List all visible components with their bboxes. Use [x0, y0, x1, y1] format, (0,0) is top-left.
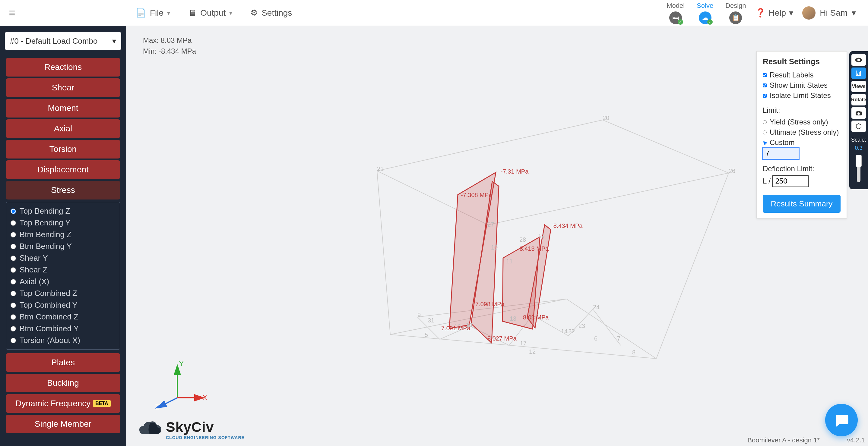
rotate-button[interactable]: Rotate: [851, 94, 866, 105]
chevron-down-icon: ▾: [852, 8, 856, 18]
views-button[interactable]: Views: [851, 81, 866, 92]
camera-button[interactable]: [851, 107, 866, 119]
chart-icon: [855, 70, 862, 77]
plates-button[interactable]: Plates: [6, 353, 120, 372]
svg-text:27: 27: [487, 221, 494, 228]
settings-menu[interactable]: ⚙ Settings: [250, 8, 292, 18]
result-settings-title: Result Settings: [763, 57, 841, 66]
beta-badge: BETA: [93, 400, 111, 407]
chevron-down-icon: ▾: [167, 9, 170, 16]
buckling-button[interactable]: Buckling: [6, 374, 120, 392]
stress-radio-2[interactable]: Btm Bending Z: [10, 229, 116, 240]
mode-model-label: Model: [666, 2, 685, 10]
dynamic-frequency-button[interactable]: Dynamic Frequency BETA: [6, 394, 120, 413]
svg-text:24: 24: [593, 304, 599, 310]
user-menu[interactable]: Hi Sam ▾: [802, 6, 856, 20]
limit-ultimate-radio[interactable]: Ultimate (Stress only): [763, 127, 841, 137]
axis-gizmo: Y X Z: [153, 358, 208, 413]
mode-solve[interactable]: Solve ☁: [697, 2, 713, 24]
svg-text:Y: Y: [179, 360, 184, 367]
mode-design-label: Design: [725, 2, 746, 10]
displacement-button[interactable]: Displacement: [6, 160, 120, 179]
reactions-button[interactable]: Reactions: [6, 58, 120, 76]
svg-text:6: 6: [594, 335, 597, 342]
svg-text:-8.413 MPa: -8.413 MPa: [518, 245, 549, 252]
axial-button[interactable]: Axial: [6, 119, 120, 138]
view-rail: Views Rotate Scale: 0.3: [849, 51, 868, 189]
mode-design[interactable]: Design 📋: [725, 2, 746, 24]
stress-radio-4[interactable]: Shear Y: [10, 252, 116, 264]
torsion-button[interactable]: Torsion: [6, 140, 120, 159]
stress-radio-9[interactable]: Btm Combined Z: [10, 311, 116, 323]
mode-pills: Model 🛏 Solve ☁ Design 📋: [666, 2, 746, 24]
svg-text:19: 19: [538, 233, 545, 239]
scale-slider[interactable]: [857, 155, 861, 182]
svg-text:14: 14: [561, 328, 568, 335]
svg-text:10: 10: [491, 244, 498, 251]
mode-model[interactable]: Model 🛏: [666, 2, 685, 24]
result-labels-checkbox[interactable]: Result Labels: [763, 70, 841, 80]
logo-subtitle: CLOUD ENGINEERING SOFTWARE: [166, 435, 245, 440]
svg-text:5: 5: [425, 332, 428, 338]
model-icon: 🛏: [669, 11, 682, 24]
help-icon: ❓: [755, 8, 766, 18]
svg-text:20: 20: [602, 114, 609, 121]
svg-text:11: 11: [506, 258, 513, 265]
svg-text:26: 26: [728, 168, 735, 174]
isolate-limit-checkbox[interactable]: Isolate Limit States: [763, 91, 841, 101]
svg-text:8.03 MPa: 8.03 MPa: [523, 314, 549, 321]
show-limit-checkbox[interactable]: Show Limit States: [763, 80, 841, 91]
svg-text:12: 12: [529, 348, 536, 355]
help-label: Help: [769, 8, 786, 18]
stress-radio-8[interactable]: Top Combined Y: [10, 299, 116, 311]
limit-custom-input[interactable]: [763, 148, 799, 159]
stress-radio-3[interactable]: Btm Bending Y: [10, 240, 116, 252]
svg-text:9: 9: [417, 312, 421, 318]
svg-line-54: [159, 398, 177, 407]
version-label: v4.2.1: [847, 436, 865, 444]
limit-yield-radio[interactable]: Yield (Stress only): [763, 117, 841, 127]
deflection-input[interactable]: [772, 175, 809, 187]
stress-radio-11[interactable]: Torsion (About X): [10, 335, 116, 346]
deflection-prefix: L /: [763, 177, 771, 185]
menu-icon[interactable]: ≡: [0, 0, 24, 26]
result-settings-panel: Result Settings Result Labels Show Limit…: [756, 51, 847, 218]
load-combo-select[interactable]: #0 - Default Load Combo ▾: [5, 32, 121, 50]
svg-text:21: 21: [377, 166, 384, 172]
monitor-icon: 🖥: [188, 8, 197, 18]
output-menu[interactable]: 🖥 Output ▾: [188, 8, 232, 18]
limit-custom-radio[interactable]: Custom: [763, 137, 841, 148]
output-label: Output: [200, 8, 226, 18]
limit-section: Limit: Yield (Stress only) Ultimate (Str…: [763, 106, 841, 159]
svg-text:Z: Z: [155, 403, 159, 411]
chevron-down-icon: ▾: [112, 36, 116, 46]
viewport[interactable]: Max: 8.03 MPa Min: -8.434 MPa: [126, 26, 868, 446]
chart-button[interactable]: [851, 68, 866, 79]
svg-line-1: [602, 120, 728, 173]
deflection-header: Deflection Limit:: [763, 165, 841, 173]
stress-radio-1[interactable]: Top Bending Y: [10, 217, 116, 229]
stress-radio-5[interactable]: Shear Z: [10, 264, 116, 276]
single-member-button[interactable]: Single Member: [6, 415, 120, 433]
shear-button[interactable]: Shear: [6, 78, 120, 97]
logo-text: SkyCiv: [166, 419, 245, 435]
moment-button[interactable]: Moment: [6, 99, 120, 117]
chat-button[interactable]: [825, 404, 858, 436]
svg-line-4: [390, 335, 656, 358]
file-menu[interactable]: 📄 File ▾: [136, 8, 170, 18]
help-menu[interactable]: ❓ Help ▾: [755, 8, 794, 18]
cube-button[interactable]: [851, 121, 866, 132]
stress-radio-7[interactable]: Top Combined Z: [10, 287, 116, 299]
results-summary-button[interactable]: Results Summary: [763, 195, 841, 213]
stress-radio-0[interactable]: Top Bending Z: [10, 205, 116, 217]
stress-radio-10[interactable]: Btm Combined Y: [10, 323, 116, 335]
cloud-icon: [138, 419, 162, 440]
stress-button[interactable]: Stress: [6, 181, 120, 200]
visibility-button[interactable]: [851, 54, 866, 66]
design-icon: 📋: [729, 11, 742, 24]
eye-icon: [855, 56, 863, 64]
slider-thumb[interactable]: [856, 155, 862, 167]
stress-radio-6[interactable]: Axial (X): [10, 276, 116, 287]
svg-text:28: 28: [519, 236, 526, 243]
stress-options: Top Bending Z Top Bending Y Btm Bending …: [6, 202, 120, 350]
